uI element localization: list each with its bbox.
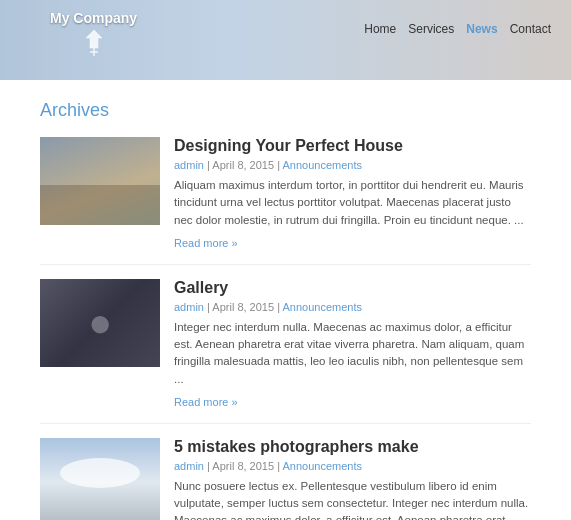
post-category[interactable]: Announcements xyxy=(282,159,362,171)
post-title: Designing Your Perfect House xyxy=(174,137,531,155)
post-content: Designing Your Perfect House admin | Apr… xyxy=(174,137,531,250)
main-content: Archives Designing Your Perfect House ad… xyxy=(0,80,571,520)
post-meta: admin | April 8, 2015 | Announcements xyxy=(174,159,531,171)
post-thumbnail xyxy=(40,438,160,520)
nav-services[interactable]: Services xyxy=(408,22,454,36)
post-category[interactable]: Announcements xyxy=(282,301,362,313)
post-meta: admin | April 8, 2015 | Announcements xyxy=(174,301,531,313)
post-meta: admin | April 8, 2015 | Announcements xyxy=(174,460,531,472)
hero-banner: My Company Home Services News Contact xyxy=(0,0,571,80)
post-excerpt: Aliquam maximus interdum tortor, in port… xyxy=(174,177,531,229)
logo-text: My Company xyxy=(50,10,137,26)
nav-home[interactable]: Home xyxy=(364,22,396,36)
post-title: 5 mistakes photographers make xyxy=(174,438,531,456)
post-category[interactable]: Announcements xyxy=(282,460,362,472)
post-content: Gallery admin | April 8, 2015 | Announce… xyxy=(174,279,531,409)
post-excerpt: Nunc posuere lectus ex. Pellentesque ves… xyxy=(174,478,531,520)
post-item: Designing Your Perfect House admin | Apr… xyxy=(40,137,531,265)
archives-title: Archives xyxy=(40,100,531,121)
read-more-link[interactable]: Read more » xyxy=(174,396,238,408)
post-thumbnail xyxy=(40,279,160,367)
post-excerpt: Integer nec interdum nulla. Maecenas ac … xyxy=(174,319,531,388)
posts-list: Designing Your Perfect House admin | Apr… xyxy=(40,137,531,520)
read-more-link[interactable]: Read more » xyxy=(174,237,238,249)
post-item: 5 mistakes photographers make admin | Ap… xyxy=(40,438,531,520)
nav-news[interactable]: News xyxy=(466,22,497,36)
logo-icon xyxy=(82,28,106,58)
nav-contact[interactable]: Contact xyxy=(510,22,551,36)
post-thumbnail xyxy=(40,137,160,225)
post-author[interactable]: admin xyxy=(174,301,204,313)
post-content: 5 mistakes photographers make admin | Ap… xyxy=(174,438,531,520)
site-logo[interactable]: My Company xyxy=(50,10,137,58)
post-author[interactable]: admin xyxy=(174,159,204,171)
main-nav: Home Services News Contact xyxy=(364,22,551,36)
post-title: Gallery xyxy=(174,279,531,297)
post-author[interactable]: admin xyxy=(174,460,204,472)
post-item: Gallery admin | April 8, 2015 | Announce… xyxy=(40,279,531,424)
